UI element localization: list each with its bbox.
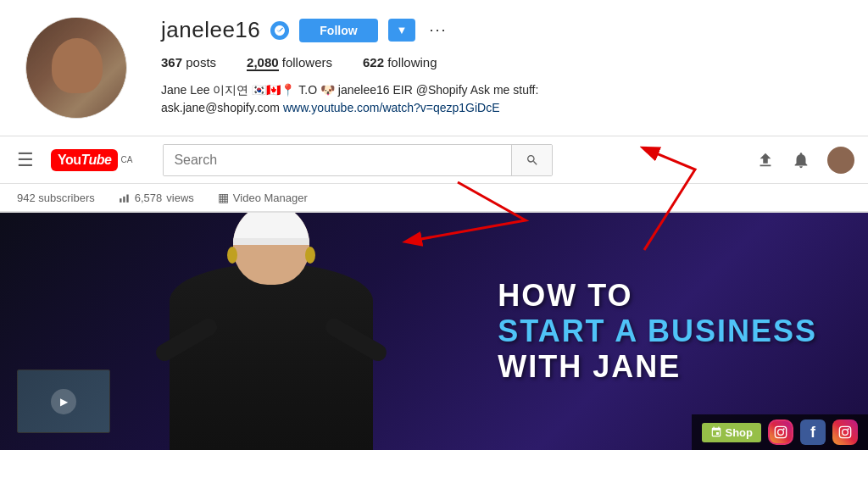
- instagram-social-icon-2[interactable]: [832, 419, 858, 445]
- shop-button[interactable]: Shop: [702, 423, 762, 442]
- youtube-navbar: ☰ YouTube CA: [0, 136, 868, 184]
- youtube-section: ☰ YouTube CA 942 subscribers 6: [0, 136, 868, 213]
- banner-line2: START A BUSINESS: [498, 314, 817, 349]
- more-options-button[interactable]: ···: [426, 21, 450, 39]
- search-button[interactable]: [511, 145, 552, 175]
- facebook-social-icon[interactable]: f: [800, 419, 826, 445]
- notifications-button[interactable]: [792, 151, 810, 169]
- follow-button[interactable]: Follow: [299, 19, 377, 42]
- search-input[interactable]: [164, 145, 511, 175]
- follow-dropdown-button[interactable]: ▼: [388, 19, 416, 42]
- instagram-social-icon[interactable]: [768, 419, 793, 445]
- banner-text: HOW TO START A BUSINESS WITH JANE: [498, 278, 817, 385]
- youtube-region: CA: [120, 155, 132, 164]
- svg-point-5: [783, 428, 785, 430]
- svg-point-8: [848, 428, 849, 430]
- stats-row: 367 posts 2,080 followers 622 following: [161, 55, 843, 69]
- svg-rect-1: [123, 197, 125, 203]
- svg-rect-3: [775, 426, 786, 437]
- svg-point-7: [843, 430, 849, 436]
- user-avatar-button[interactable]: [827, 147, 854, 174]
- banner-line1: HOW TO: [498, 278, 817, 314]
- social-bar: Shop f: [692, 414, 869, 450]
- svg-rect-2: [126, 195, 128, 203]
- upload-button[interactable]: [756, 151, 775, 169]
- header-row: janelee16 Follow ▼ ···: [161, 17, 843, 43]
- youtube-banner: ▶ HOW TO START A BUSINESS WITH JANE Shop…: [0, 213, 868, 450]
- instagram-profile-section: janelee16 Follow ▼ ··· 367 posts 2,080 f…: [0, 0, 868, 136]
- views-stat: 6,578 views: [119, 192, 194, 204]
- profile-info: janelee16 Follow ▼ ··· 367 posts 2,080 f…: [161, 17, 843, 117]
- svg-point-4: [778, 430, 784, 436]
- banner-line3: WITH JANE: [498, 349, 817, 385]
- avatar: [25, 17, 127, 119]
- followers-stat[interactable]: 2,080 followers: [247, 55, 332, 69]
- username: janelee16: [161, 17, 260, 43]
- hamburger-menu-button[interactable]: ☰: [14, 146, 37, 175]
- svg-rect-6: [839, 426, 850, 437]
- subscribers-count: 942 subscribers: [17, 192, 95, 204]
- svg-rect-0: [120, 198, 121, 203]
- following-stat: 622 following: [363, 55, 437, 69]
- posts-stat: 367 posts: [161, 55, 216, 69]
- verified-badge: [270, 21, 289, 40]
- channel-stats-bar: 942 subscribers 6,578 views ▦ Video Mana…: [0, 184, 868, 212]
- video-manager-link[interactable]: ▦ Video Manager: [218, 191, 308, 204]
- preview-thumbnail: ▶: [17, 369, 110, 433]
- video-manager-icon: ▦: [218, 191, 229, 204]
- navbar-right: [756, 147, 854, 174]
- search-bar: [163, 144, 553, 176]
- bio: Jane Lee 이지연 🇰🇷🇨🇦📍 T.O 🐶 janelee16 EIR @…: [161, 81, 602, 117]
- youtube-logo-box: YouTube: [51, 149, 118, 171]
- bio-link[interactable]: www.youtube.com/watch?v=qezp1GiDcE: [283, 101, 500, 114]
- person-figure: [136, 213, 407, 450]
- youtube-logo[interactable]: YouTube CA: [51, 149, 132, 171]
